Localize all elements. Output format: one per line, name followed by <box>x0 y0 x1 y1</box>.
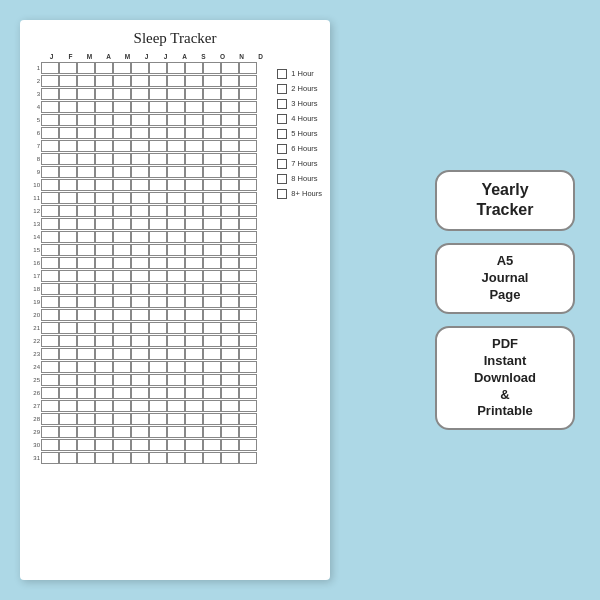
month-headers: JFMAMJJASOND <box>42 53 271 60</box>
grid-cell <box>41 400 59 412</box>
grid-cell <box>203 452 221 464</box>
grid-cell <box>113 270 131 282</box>
grid-cell <box>131 283 149 295</box>
grid-row: 21 <box>28 321 271 334</box>
grid-cell <box>131 270 149 282</box>
grid-cell <box>41 218 59 230</box>
grid-cell <box>41 322 59 334</box>
grid-cell <box>95 114 113 126</box>
row-number: 23 <box>28 351 41 357</box>
grid-cell <box>149 322 167 334</box>
row-number: 28 <box>28 416 41 422</box>
grid-cell <box>41 62 59 74</box>
grid-cell <box>113 374 131 386</box>
grid-cell <box>221 283 239 295</box>
grid-cell <box>113 75 131 87</box>
grid-cell <box>221 179 239 191</box>
grid-cell <box>41 283 59 295</box>
grid-cell <box>185 257 203 269</box>
grid-cell <box>77 231 95 243</box>
row-number: 19 <box>28 299 41 305</box>
pdf-download-text: PDF Instant Download & Printable <box>474 336 536 420</box>
grid-cell <box>95 127 113 139</box>
grid-cell <box>41 153 59 165</box>
grid-row: 31 <box>28 451 271 464</box>
grid-cell <box>203 166 221 178</box>
row-number: 17 <box>28 273 41 279</box>
grid-cell <box>131 413 149 425</box>
grid-cell <box>149 400 167 412</box>
legend-label: 8+ Hours <box>291 189 322 198</box>
grid-cell <box>59 192 77 204</box>
month-label: M <box>118 53 137 60</box>
grid-cell <box>185 192 203 204</box>
grid-cell <box>149 374 167 386</box>
grid-cell <box>167 75 185 87</box>
grid-cell <box>203 374 221 386</box>
grid-cell <box>95 400 113 412</box>
grid-cell <box>185 361 203 373</box>
grid-cell <box>239 400 257 412</box>
grid-cell <box>167 426 185 438</box>
grid-cell <box>185 322 203 334</box>
grid-cell <box>185 374 203 386</box>
grid-cell <box>131 387 149 399</box>
grid-cell <box>131 309 149 321</box>
grid-cell <box>113 127 131 139</box>
row-number: 5 <box>28 117 41 123</box>
grid-cell <box>77 166 95 178</box>
grid-cell <box>59 244 77 256</box>
row-number: 30 <box>28 442 41 448</box>
row-number: 20 <box>28 312 41 318</box>
grid-cell <box>149 413 167 425</box>
grid-cell <box>221 88 239 100</box>
grid-cell <box>221 270 239 282</box>
grid-cell <box>167 153 185 165</box>
grid-cell <box>77 335 95 347</box>
row-number: 7 <box>28 143 41 149</box>
grid-cell <box>239 257 257 269</box>
yearly-tracker-card: Yearly Tracker <box>435 170 575 232</box>
grid-cell <box>41 244 59 256</box>
grid-cell <box>95 309 113 321</box>
grid-cell <box>131 361 149 373</box>
grid-cell <box>221 205 239 217</box>
grid-row: 23 <box>28 347 271 360</box>
grid-cell <box>203 413 221 425</box>
grid-cell <box>95 244 113 256</box>
grid-cell <box>95 62 113 74</box>
grid-cell <box>41 205 59 217</box>
grid-row: 24 <box>28 360 271 373</box>
grid-cell <box>77 361 95 373</box>
grid-cell <box>221 426 239 438</box>
grid-cell <box>131 244 149 256</box>
grid-row: 26 <box>28 386 271 399</box>
grid-cell <box>203 205 221 217</box>
grid-cell <box>95 387 113 399</box>
grid-cell <box>167 88 185 100</box>
grid-cell <box>95 283 113 295</box>
grid-cell <box>239 179 257 191</box>
grid-cell <box>131 88 149 100</box>
grid-cell <box>239 218 257 230</box>
grid-cell <box>149 192 167 204</box>
grid-cell <box>221 218 239 230</box>
grid-cell <box>167 244 185 256</box>
grid-cell <box>203 439 221 451</box>
grid-cell <box>131 153 149 165</box>
grid-cell <box>59 413 77 425</box>
row-number: 4 <box>28 104 41 110</box>
grid-cell <box>59 270 77 282</box>
grid-cell <box>221 452 239 464</box>
grid-cell <box>95 88 113 100</box>
legend-label: 2 Hours <box>291 84 317 93</box>
grid-cell <box>113 400 131 412</box>
grid-cell <box>131 348 149 360</box>
grid-cell <box>95 192 113 204</box>
grid-cell <box>167 179 185 191</box>
grid-cell <box>113 153 131 165</box>
row-number: 22 <box>28 338 41 344</box>
grid-cell <box>113 452 131 464</box>
grid-cell <box>77 322 95 334</box>
grid-cell <box>239 127 257 139</box>
